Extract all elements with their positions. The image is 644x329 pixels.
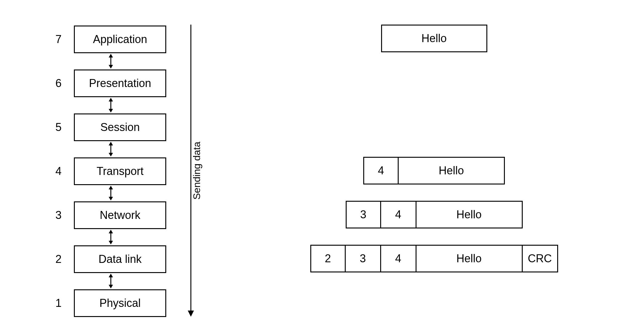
packet-header-3: 3	[346, 201, 381, 228]
svg-marker-4	[109, 98, 113, 101]
layer-row: 4 Transport	[55, 157, 166, 186]
sending-data-arrow: Sending data	[186, 25, 195, 317]
packet-data: Hello	[417, 201, 523, 228]
layer-transport: Transport	[74, 157, 166, 185]
packet-header-3: 3	[346, 245, 381, 272]
svg-marker-19	[188, 311, 194, 317]
layer-number: 4	[55, 165, 74, 178]
layer-network: Network	[74, 201, 166, 229]
packet-data: Hello	[381, 25, 487, 52]
packet-header-4: 4	[381, 201, 417, 228]
doublearrow-icon	[107, 142, 115, 157]
doublearrow-icon	[107, 274, 115, 288]
layer-application: Application	[74, 26, 166, 53]
svg-marker-16	[109, 274, 113, 277]
connector-arrow	[55, 274, 166, 288]
svg-marker-11	[109, 197, 113, 200]
layer-number: 7	[55, 33, 74, 46]
layer-session: Session	[74, 113, 166, 141]
layer-row: 2 Data link	[55, 244, 166, 274]
svg-marker-14	[109, 241, 113, 244]
arrow-label: Sending data	[191, 142, 203, 200]
layer-row: 6 Presentation	[55, 69, 166, 98]
layer-row: 1 Physical	[55, 288, 166, 318]
packet-header-4: 4	[363, 157, 399, 184]
layer-number: 1	[55, 297, 74, 310]
layer-row: 5 Session	[55, 113, 166, 142]
svg-marker-13	[109, 230, 113, 233]
connector-arrow	[55, 54, 166, 69]
packet-data: Hello	[417, 245, 523, 272]
svg-marker-2	[109, 65, 113, 69]
svg-marker-7	[109, 142, 113, 145]
packet-transport: 4 Hello	[296, 157, 573, 184]
layer-physical: Physical	[74, 289, 166, 317]
osi-layer-stack: 7 Application 6 Presentation 5 Session 4…	[55, 25, 166, 318]
connector-arrow	[55, 230, 166, 244]
packet-application: Hello	[296, 25, 573, 52]
packet-datalink: 2 3 4 Hello CRC	[296, 245, 573, 272]
svg-marker-1	[109, 54, 113, 57]
packet-data: Hello	[399, 157, 505, 184]
layer-datalink: Data link	[74, 245, 166, 273]
layer-row: 3 Network	[55, 200, 166, 230]
packet-header-2: 2	[310, 245, 346, 272]
connector-arrow	[55, 142, 166, 157]
connector-arrow	[55, 186, 166, 200]
svg-marker-17	[109, 285, 113, 288]
layer-row: 7 Application	[55, 25, 166, 54]
svg-marker-5	[109, 109, 113, 113]
doublearrow-icon	[107, 54, 115, 69]
svg-marker-10	[109, 186, 113, 189]
layer-presentation: Presentation	[74, 69, 166, 97]
layer-number: 2	[55, 253, 74, 266]
layer-number: 5	[55, 121, 74, 134]
packet-network: 3 4 Hello	[296, 201, 573, 228]
doublearrow-icon	[107, 230, 115, 244]
doublearrow-icon	[107, 98, 115, 113]
svg-marker-8	[109, 153, 113, 157]
packet-crc: CRC	[523, 245, 558, 272]
layer-number: 6	[55, 77, 74, 90]
packet-header-4: 4	[381, 245, 417, 272]
connector-arrow	[55, 98, 166, 113]
layer-number: 3	[55, 209, 74, 222]
doublearrow-icon	[107, 186, 115, 200]
